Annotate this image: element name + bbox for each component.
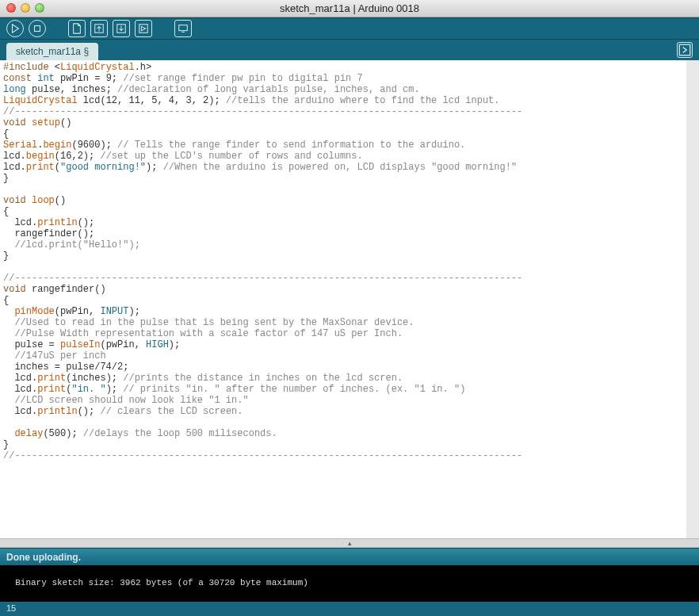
- tab-menu-button[interactable]: [677, 42, 693, 58]
- window-title: sketch_mar11a | Arduino 0018: [280, 2, 419, 14]
- serial-monitor-icon: [178, 23, 189, 34]
- play-icon: [10, 23, 21, 34]
- svg-rect-5: [679, 44, 690, 55]
- new-file-icon: [71, 23, 82, 34]
- footer-bar: 15: [0, 602, 699, 616]
- zoom-window-button[interactable]: [35, 3, 44, 13]
- arrow-right-icon: [678, 43, 692, 57]
- verify-button[interactable]: [6, 20, 24, 37]
- console-output[interactable]: Binary sketch size: 3962 bytes (of a 307…: [0, 565, 699, 602]
- close-window-button[interactable]: [6, 3, 16, 13]
- window-titlebar: sketch_mar11a | Arduino 0018: [0, 0, 699, 17]
- upload-button[interactable]: [135, 20, 152, 37]
- serial-monitor-button[interactable]: [174, 20, 192, 37]
- arrow-up-icon: [94, 23, 105, 34]
- upload-icon: [138, 23, 149, 34]
- line-number: 15: [6, 603, 16, 613]
- code-editor[interactable]: #include <LiquidCrystal.h> const int pwP…: [0, 60, 699, 538]
- new-button[interactable]: [68, 20, 86, 37]
- save-button[interactable]: [113, 20, 130, 37]
- window-controls: [6, 3, 44, 13]
- toolbar: [0, 17, 699, 40]
- svg-rect-4: [179, 25, 188, 31]
- stop-icon: [32, 23, 43, 34]
- status-message: Done uploading.: [6, 552, 81, 563]
- pane-resize-handle[interactable]: ▴: [0, 538, 699, 548]
- arrow-down-icon: [116, 23, 127, 34]
- stop-button[interactable]: [29, 20, 46, 37]
- open-button[interactable]: [90, 20, 108, 37]
- editor-wrap: #include <LiquidCrystal.h> const int pwP…: [0, 60, 699, 548]
- tab-bar: sketch_mar11a §: [0, 40, 699, 60]
- status-bar: Done uploading.: [0, 548, 699, 565]
- minimize-window-button[interactable]: [21, 3, 30, 13]
- console-line: Binary sketch size: 3962 bytes (of a 307…: [15, 578, 308, 587]
- tab-sketch[interactable]: sketch_mar11a §: [6, 43, 98, 60]
- svg-rect-0: [35, 26, 40, 32]
